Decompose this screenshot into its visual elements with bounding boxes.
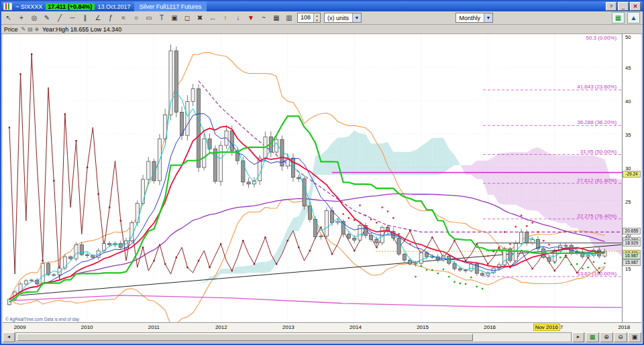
series-label: Price — [4, 26, 18, 33]
x-axis-tick: 2014 — [350, 324, 362, 330]
scroll-up-icon[interactable]: ▲ — [627, 12, 640, 23]
price-badge: 17.411 (+0.84%) — [46, 3, 94, 10]
histogram-tool[interactable]: ▥ — [283, 12, 295, 24]
x-axis-tick: 2009 — [14, 324, 26, 330]
contract-tab[interactable]: Silver Full1217 Futures — [134, 1, 207, 11]
svg-text:27.612 (61.80%): 27.612 (61.80%) — [577, 178, 616, 184]
y-axis-tick: 35 — [625, 132, 631, 138]
units-value: 108 — [298, 13, 313, 22]
app-icon — [3, 3, 12, 10]
sell-arrow-tool[interactable]: ↓ — [232, 12, 244, 24]
date-label: 13.Oct.2017 — [98, 3, 131, 10]
pointer-tool[interactable]: ↖ — [3, 12, 15, 24]
grid-tool[interactable]: ▦ — [270, 12, 282, 24]
line-tool[interactable]: ╱ — [54, 12, 66, 24]
window-buttons: ?_✕ — [606, 2, 641, 11]
units-stepper[interactable]: 108 ▴▾ — [297, 13, 321, 23]
scroll-right-button[interactable]: ► — [572, 332, 584, 342]
buy-arrow-tool[interactable]: ↑ — [219, 12, 231, 24]
y-axis-tick: 40 — [625, 98, 631, 105]
scroll-left-button[interactable]: ◄ — [3, 332, 15, 342]
minimize-button[interactable]: _ — [618, 2, 629, 11]
mini-chart-icon[interactable]: ▦ — [612, 12, 625, 23]
x-axis-tick: 2018 — [618, 324, 630, 330]
year-stats-label: Year:High 18.655 Low 14.340 — [42, 26, 121, 33]
time-axis[interactable]: 2009201020112012201320142015201620172018… — [3, 322, 641, 332]
eraser-tool[interactable]: ◻ — [181, 12, 193, 24]
price-tag: 20.655 — [623, 228, 641, 234]
rectangle-tool[interactable]: ▭ — [143, 12, 155, 24]
period-dropdown[interactable]: Monthly ▼ — [455, 13, 493, 23]
channel-tool[interactable]: ∥ — [79, 12, 91, 24]
zoom-out-button[interactable]: ⊖ — [614, 332, 627, 342]
crosshair-tool[interactable]: + — [15, 12, 28, 24]
svg-text:50.3 (0.00%): 50.3 (0.00%) — [586, 35, 617, 41]
x-axis-tick: 2011 — [148, 324, 160, 330]
toolbar-right-icons: ▦▲ — [610, 12, 641, 23]
svg-text:13.62 (100.00%): 13.62 (100.00%) — [577, 271, 616, 277]
indicator-tool[interactable]: ~ — [258, 12, 270, 24]
chart-area: 50.3 (0.00%)41.643 (23.60%)36.288 (38.20… — [3, 34, 641, 323]
zoom-in-button[interactable]: ⊕ — [600, 332, 613, 342]
plot-region[interactable]: 50.3 (0.00%)41.643 (23.60%)36.288 (38.20… — [3, 34, 622, 323]
ichimoku-cloud — [154, 131, 622, 302]
scrollbar-track[interactable] — [15, 332, 572, 342]
stepper-arrows-icon[interactable]: ▴▾ — [313, 13, 320, 22]
series-icons: ✎▤◆ — [21, 26, 39, 32]
delete-tool[interactable]: ✖ — [194, 12, 206, 24]
horizontal-line-tool[interactable]: ─ — [66, 12, 78, 24]
marker-icon[interactable]: ◆ — [35, 26, 39, 32]
measure-tool[interactable]: ↔ — [207, 12, 219, 24]
edit-icon[interactable]: ✎ — [21, 26, 26, 32]
period-dropdown-label: Monthly — [459, 15, 480, 21]
pencil-tool[interactable]: ✎ — [41, 12, 53, 24]
y-axis-tick: 15 — [625, 266, 631, 272]
zoom-buttons: ▦⊕⊖▣ — [586, 332, 641, 342]
fit-chart-button[interactable]: ▣ — [628, 332, 641, 342]
price-axis[interactable]: 5045403530252015-29.2420.65519.28218.929… — [622, 34, 641, 323]
symbol-label: ~ SIXXXX — [15, 3, 42, 10]
scrollbar-thumb[interactable] — [17, 334, 473, 341]
chart-reset-button[interactable]: ▦ — [586, 332, 599, 342]
zoom-tool[interactable]: ◎ — [28, 12, 40, 24]
units-dropdown-label: (x) units — [327, 15, 349, 21]
x-axis-tick: 2013 — [282, 324, 294, 330]
help-button[interactable]: ? — [606, 2, 616, 11]
x-axis-tick: 2012 — [215, 324, 227, 330]
svg-text:36.288 (38.20%): 36.288 (38.20%) — [577, 119, 616, 125]
close-button[interactable]: ✕ — [630, 2, 641, 11]
drawing-tools: ↖+◎✎╱─∥∠ƒ≈○▭T▣◻✖↔↑↓▼~▦▥ — [3, 12, 295, 24]
chevron-down-icon[interactable]: ▼ — [484, 13, 492, 22]
wave-tool[interactable]: ≈ — [117, 12, 129, 24]
x-axis-tick: 2015 — [417, 324, 429, 330]
app-window: ~ SIXXXX 17.411 (+0.84%) 13.Oct.2017 Sil… — [0, 0, 644, 345]
units-dropdown[interactable]: (x) units ▼ — [324, 13, 362, 23]
ellipse-tool[interactable]: ○ — [130, 12, 142, 24]
price-tag: 15.987 — [623, 259, 641, 266]
down-marker-tool[interactable]: ▼ — [245, 12, 257, 24]
chart-info-bar: Price ✎▤◆ Year:High 18.655 Low 14.340 — [1, 25, 643, 34]
copyright-label: © AgRealTime.com Data is end of day — [5, 317, 79, 322]
price-chart[interactable]: 50.3 (0.00%)41.643 (23.60%)36.288 (38.20… — [3, 34, 622, 323]
fibonacci-tool[interactable]: ƒ — [105, 12, 117, 24]
x-axis-highlight: Nov 2016 — [533, 324, 560, 331]
svg-text:41.643 (23.60%): 41.643 (23.60%) — [577, 84, 616, 90]
price-tag: 16.987 — [623, 253, 641, 259]
horizontal-scrollbar[interactable]: ◄ ► ▦⊕⊖▣ — [3, 332, 641, 342]
y-axis-tick: 25 — [625, 199, 631, 205]
x-axis-tick: 2016 — [484, 324, 496, 330]
price-tag: -29.24 — [623, 171, 641, 178]
chevron-down-icon[interactable]: ▼ — [352, 13, 361, 22]
y-axis-tick: 50 — [625, 34, 631, 40]
main-toolbar: ↖+◎✎╱─∥∠ƒ≈○▭T▣◻✖↔↑↓▼~▦▥ 108 ▴▾ (x) units… — [1, 11, 643, 25]
title-bar: ~ SIXXXX 17.411 (+0.84%) 13.Oct.2017 Sil… — [1, 1, 643, 11]
svg-text:31.95 (50.00%): 31.95 (50.00%) — [580, 149, 617, 155]
angle-tool[interactable]: ∠ — [92, 12, 104, 24]
price-tag: 18.929 — [623, 240, 641, 247]
text-tool[interactable]: T — [156, 12, 168, 24]
y-axis-tick: 45 — [625, 65, 631, 71]
x-axis-tick: 2010 — [81, 324, 93, 330]
settings-icon[interactable]: ▤ — [28, 26, 33, 32]
callout-tool[interactable]: ▣ — [168, 12, 180, 24]
svg-text:22.275 (76.40%): 22.275 (76.40%) — [577, 213, 616, 219]
